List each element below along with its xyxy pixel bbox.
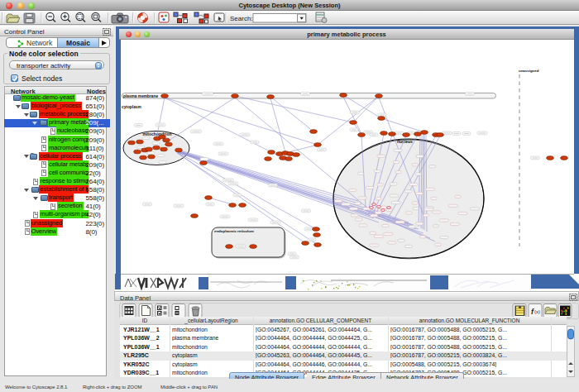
svg-text:unassigned: unassigned <box>519 69 539 73</box>
svg-text:nucleus: nucleus <box>397 139 413 144</box>
svg-text:cytoplasm: cytoplasm <box>122 105 141 109</box>
svg-text:Search:: Search: <box>230 15 253 22</box>
svg-text:plasma membrane: plasma membrane <box>123 94 158 98</box>
svg-text:endoplasmic reticulum: endoplasmic reticulum <box>214 229 254 233</box>
svg-text:(x): (x) <box>534 309 540 314</box>
